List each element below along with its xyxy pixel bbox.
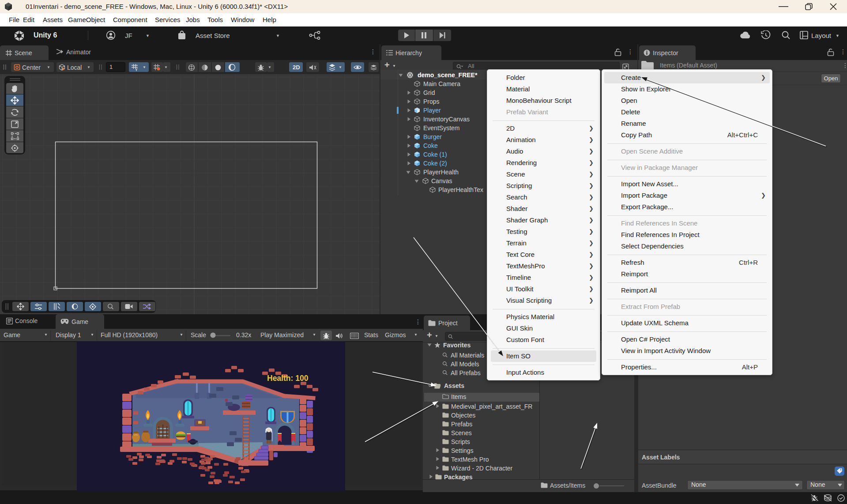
svg-text:Y: Y <box>135 68 138 71</box>
svg-text:Health: 100: Health: 100 <box>267 374 309 383</box>
